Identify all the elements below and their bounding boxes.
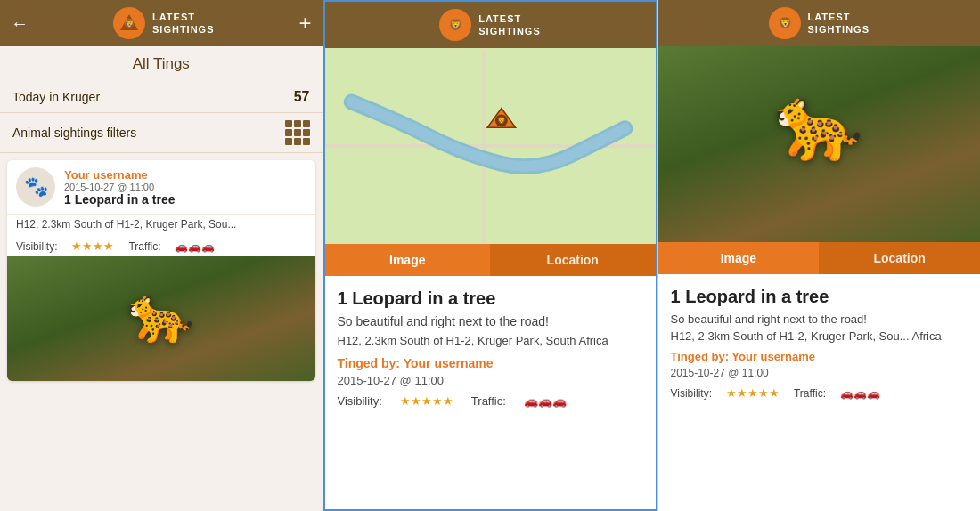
filter-dot bbox=[294, 129, 301, 136]
leopard-photo bbox=[7, 256, 315, 381]
panel-3: 🦁 LATESTSIGHTINGS Image Location 1 Leopa… bbox=[657, 0, 981, 511]
filter-dot bbox=[285, 129, 292, 136]
username: Your username bbox=[64, 168, 175, 182]
add-button[interactable]: + bbox=[298, 11, 311, 36]
filter-dot bbox=[303, 138, 310, 145]
svg-text:🦁: 🦁 bbox=[449, 18, 462, 31]
visibility-stars: ★★★★ bbox=[71, 239, 114, 253]
filter-dot bbox=[294, 138, 301, 145]
kruger-label: Today in Kruger bbox=[12, 90, 100, 104]
p2-tinged: Tinged by: Your username bbox=[338, 356, 643, 370]
today-kruger-row: Today in Kruger 57 bbox=[0, 82, 323, 113]
filter-dot bbox=[294, 120, 301, 127]
p3-tinged: Tinged by: Your username bbox=[671, 350, 968, 363]
filter-grid-icon bbox=[285, 120, 310, 145]
p2-traffic-label: Traffic: bbox=[471, 394, 506, 408]
p3-traffic-label: Traffic: bbox=[794, 387, 826, 400]
logo-icon-2: 🦁 bbox=[439, 9, 471, 41]
filter-dot bbox=[285, 120, 292, 127]
filter-dot bbox=[303, 129, 310, 136]
panel3-content: 1 Leopard in a tree So beautiful and rig… bbox=[658, 274, 981, 511]
svg-text:🦁: 🦁 bbox=[124, 18, 135, 29]
filter-dot bbox=[303, 120, 310, 127]
logo-area-3: 🦁 LATESTSIGHTINGS bbox=[769, 7, 870, 39]
app-name-3: LATESTSIGHTINGS bbox=[808, 11, 870, 36]
header-2: 🦁 LATESTSIGHTINGS bbox=[325, 2, 656, 48]
p3-title: 1 Leopard in a tree bbox=[671, 287, 968, 307]
p3-date: 2015-10-27 @ 11:00 bbox=[671, 367, 968, 379]
visibility-label: Visibility: bbox=[16, 240, 57, 253]
p2-desc: So beautiful and right next to the road! bbox=[338, 314, 643, 328]
tab-bar-2: Image Location bbox=[325, 244, 656, 276]
p2-visibility-label: Visibility: bbox=[338, 394, 382, 408]
logo-area-2: 🦁 LATESTSIGHTINGS bbox=[439, 9, 541, 41]
panel-2: 🦁 LATESTSIGHTINGS 🦁 Image Locat bbox=[323, 0, 657, 511]
logo-icon-3: 🦁 bbox=[769, 7, 801, 39]
tab-location-3[interactable]: Location bbox=[819, 242, 980, 274]
traffic-label: Traffic: bbox=[128, 240, 160, 253]
panel-1: ← 🦁 LATESTSIGHTINGS + All Tings Today in… bbox=[0, 0, 323, 511]
card-animal-title: 1 Leopard in a tree bbox=[64, 192, 175, 207]
filter-label: Animal sightings filters bbox=[12, 126, 136, 140]
p3-desc: So beautiful and right next to the road! bbox=[671, 312, 968, 326]
p2-title: 1 Leopard in a tree bbox=[338, 288, 643, 309]
p3-visibility-label: Visibility: bbox=[671, 387, 712, 400]
app-name-2: LATESTSIGHTINGS bbox=[478, 12, 541, 38]
p3-cars: 🚗🚗🚗 bbox=[840, 387, 880, 400]
kruger-count: 57 bbox=[294, 89, 310, 105]
p2-meta: Visibility: ★★★★★ Traffic: 🚗🚗🚗 bbox=[338, 394, 643, 408]
tab-bar-3: Image Location bbox=[658, 242, 981, 274]
tab-image-3[interactable]: Image bbox=[658, 242, 820, 274]
map-svg: 🦁 bbox=[325, 48, 656, 244]
traffic-cars: 🚗🚗🚗 bbox=[175, 240, 215, 253]
tab-image-2[interactable]: Image bbox=[325, 244, 491, 276]
p3-location: H12, 2.3km South of H1-2, Kruger Park, S… bbox=[671, 329, 968, 343]
sighting-card-1[interactable]: 🐾 Your username 2015-10-27 @ 11:00 1 Leo… bbox=[7, 160, 315, 381]
header-3: 🦁 LATESTSIGHTINGS bbox=[658, 0, 981, 46]
card-location: H12, 2.3km South of H1-2, Kruger Park, S… bbox=[7, 214, 315, 236]
user-info: Your username 2015-10-27 @ 11:00 1 Leopa… bbox=[64, 168, 175, 207]
panel3-leopard-image bbox=[658, 46, 981, 242]
card-date: 2015-10-27 @ 11:00 bbox=[64, 182, 175, 192]
p3-meta: Visibility: ★★★★★ Traffic: 🚗🚗🚗 bbox=[671, 386, 968, 400]
tab-location-2[interactable]: Location bbox=[490, 244, 656, 276]
paw-icon: 🐾 bbox=[16, 167, 55, 207]
header-1: ← 🦁 LATESTSIGHTINGS + bbox=[0, 0, 323, 46]
svg-text:🦁: 🦁 bbox=[778, 16, 791, 29]
logo-svg: 🦁 bbox=[117, 11, 142, 36]
logo-icon: 🦁 bbox=[113, 7, 145, 39]
logo-area: 🦁 LATESTSIGHTINGS bbox=[113, 7, 215, 39]
p2-stars: ★★★★★ bbox=[400, 394, 453, 408]
card-meta: Visibility: ★★★★ Traffic: 🚗🚗🚗 bbox=[7, 236, 315, 256]
p3-stars: ★★★★★ bbox=[726, 386, 780, 400]
map-area: 🦁 bbox=[325, 48, 656, 244]
card-header: 🐾 Your username 2015-10-27 @ 11:00 1 Leo… bbox=[7, 160, 315, 214]
filter-row[interactable]: Animal sightings filters bbox=[0, 113, 323, 153]
back-button[interactable]: ← bbox=[11, 13, 29, 34]
p2-location: H12, 2.3km South of H1-2, Kruger Park, S… bbox=[338, 334, 643, 347]
svg-text:🦁: 🦁 bbox=[496, 116, 505, 125]
p2-date: 2015-10-27 @ 11:00 bbox=[338, 374, 643, 387]
card-image-1 bbox=[7, 256, 315, 381]
p2-cars: 🚗🚗🚗 bbox=[524, 394, 567, 408]
filter-dot bbox=[285, 138, 292, 145]
app-name: LATESTSIGHTINGS bbox=[152, 11, 215, 36]
panel2-content: 1 Leopard in a tree So beautiful and rig… bbox=[325, 276, 656, 509]
panel1-title: All Tings bbox=[0, 46, 323, 82]
